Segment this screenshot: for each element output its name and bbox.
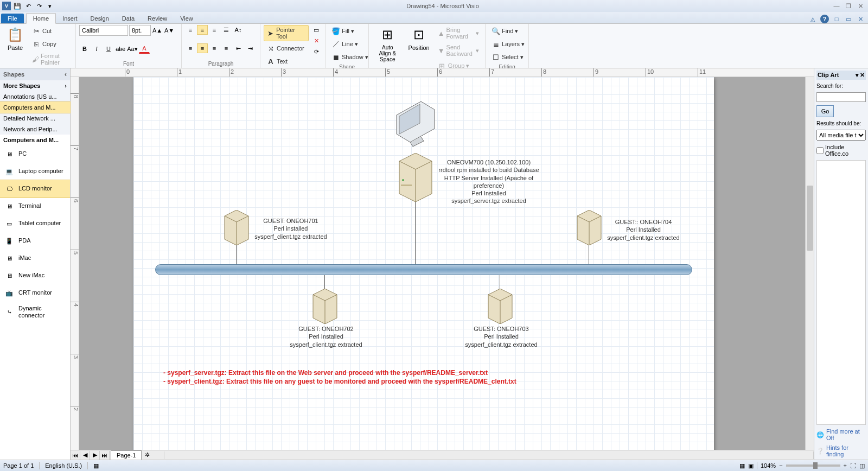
shape-laptop[interactable]: 💻Laptop computer (0, 163, 70, 180)
font-color-button[interactable]: A (139, 44, 150, 54)
category-network-perip[interactable]: Network and Perip... (0, 124, 70, 135)
tab-view[interactable]: View (174, 14, 200, 23)
line-button[interactable]: ／Line▾ (329, 38, 371, 50)
server-guest4-shape[interactable] (576, 210, 603, 245)
align-bottom-icon[interactable]: ≡ (209, 25, 220, 35)
more-shapes-item[interactable]: More Shapes› (0, 80, 70, 91)
red-note-1[interactable]: - sysperf_server.tgz: Extract this file … (163, 369, 488, 377)
pointer-tool-button[interactable]: ➤Pointer Tool (264, 25, 309, 41)
horizontal-scrollbar[interactable] (164, 451, 814, 459)
fill-button[interactable]: 🪣Fill▾ (329, 25, 371, 37)
scrollbar-thumb[interactable] (807, 186, 813, 251)
last-page-icon[interactable]: ⏭ (100, 451, 110, 460)
view-full-icon[interactable]: ▣ (748, 462, 754, 469)
clipart-dropdown-icon[interactable]: ▾ (856, 72, 859, 79)
shape-dynamic-connector[interactable]: ⤷Dynamic connector (0, 302, 70, 322)
find-button[interactable]: 🔍Find▾ (489, 25, 527, 37)
restore-button[interactable]: ❐ (843, 2, 854, 10)
zoom-slider-thumb[interactable] (813, 462, 818, 469)
category-annotations[interactable]: Annotations (US u... (0, 91, 70, 102)
font-size-select[interactable] (129, 25, 151, 36)
format-painter-button[interactable]: 🖌Format Painter (29, 51, 72, 67)
guest1-note[interactable]: GUEST: ONEOH701Perl installedsysperf_cli… (253, 217, 329, 240)
find-more-link[interactable]: 🌐Find more at Off (816, 428, 866, 441)
ribbon-close-icon[interactable]: ✕ (856, 15, 865, 23)
align-left-icon[interactable]: ≡ (185, 43, 196, 53)
delete-connector-icon[interactable]: ✕ (311, 36, 322, 46)
shape-crt-monitor[interactable]: 📺CRT monitor (0, 284, 70, 302)
guest3-note[interactable]: GUEST: ONEOH703Perl Installedsysperf_cli… (463, 325, 539, 348)
shadow-button[interactable]: ◼Shadow▾ (329, 51, 371, 63)
tab-home[interactable]: Home (26, 13, 56, 24)
zoom-in-icon[interactable]: + (844, 462, 847, 469)
close-button[interactable]: ✕ (855, 2, 866, 10)
results-type-select[interactable]: All media file t (816, 130, 866, 141)
shape-lcd-monitor[interactable]: 🖵LCD monitor (0, 180, 70, 198)
select-button[interactable]: ☐Select▾ (489, 51, 527, 63)
align-center-icon[interactable]: ≡ (197, 43, 208, 53)
guest2-note[interactable]: GUEST: ONEOH702Perl Installedsysperf_cli… (288, 325, 364, 348)
include-office-checkbox[interactable] (816, 147, 824, 154)
tab-insert[interactable]: Insert (56, 14, 84, 23)
server-guest1-shape[interactable] (223, 210, 250, 245)
server-guest2-shape[interactable] (311, 289, 339, 324)
save-icon[interactable]: 💾 (13, 2, 22, 10)
new-page-icon[interactable]: ✲ (142, 451, 153, 459)
guest4-note[interactable]: GUEST:: ONEOH704Perl Installedsysperf_cl… (605, 218, 681, 241)
layers-button[interactable]: ≣Layers▾ (489, 38, 527, 50)
shape-pda[interactable]: 📱PDA (0, 232, 70, 250)
vertical-scrollbar[interactable] (805, 77, 814, 450)
rectangle-tool-icon[interactable]: ▭ (311, 25, 322, 35)
help-icon[interactable]: ? (820, 15, 829, 23)
red-note-2[interactable]: - sysperf_client.tgz: Extract this file … (163, 378, 516, 385)
send-backward-button[interactable]: ▼Send Backward▾ (435, 42, 482, 59)
shape-tablet[interactable]: ▭Tablet computer (0, 215, 70, 232)
help-style-icon[interactable]: ◬ (808, 15, 817, 23)
underline-button[interactable]: U (103, 44, 114, 54)
redo-icon[interactable]: ↷ (35, 2, 43, 10)
lcd-monitor-shape[interactable] (394, 99, 437, 148)
connector-main[interactable] (415, 202, 416, 264)
category-detailed-network[interactable]: Detailed Network ... (0, 113, 70, 124)
cut-button[interactable]: ✂Cut (29, 25, 72, 37)
fit-page-icon[interactable]: ⛶ (850, 462, 856, 469)
align-justify-icon[interactable]: ≡ (221, 43, 232, 53)
align-top-icon[interactable]: ≡ (185, 25, 196, 35)
case-button[interactable]: Aa▾ (127, 44, 138, 54)
server-main-shape[interactable] (397, 153, 435, 202)
italic-button[interactable]: I (91, 44, 102, 54)
align-middle-icon[interactable]: ≡ (197, 25, 208, 35)
drawing-canvas[interactable]: ONEOVM700 (10.250.102.100) rrdtool rpm i… (79, 77, 805, 450)
clipart-close-icon[interactable]: ✕ (860, 72, 865, 79)
auto-align-button[interactable]: ⊞ Auto Align & Space (372, 25, 403, 63)
position-button[interactable]: ⊡ Position (405, 25, 433, 52)
shape-terminal[interactable]: 🖥Terminal (0, 198, 70, 215)
undo-icon[interactable]: ↶ (24, 2, 33, 10)
bullets-icon[interactable]: ☰ (221, 25, 232, 35)
tab-review[interactable]: Review (141, 14, 174, 23)
ethernet-pipe[interactable] (155, 264, 692, 275)
paste-button[interactable]: 📋 Paste (3, 25, 27, 52)
switch-window-icon[interactable]: ◫ (859, 462, 865, 469)
minimize-ribbon-icon[interactable]: □ (832, 15, 841, 23)
tab-file[interactable]: File (1, 14, 24, 23)
zoom-level[interactable]: 104% (761, 462, 776, 469)
ribbon-expand-icon[interactable]: ▭ (844, 15, 853, 23)
connector-guest2[interactable] (324, 275, 325, 289)
tab-data[interactable]: Data (116, 14, 141, 23)
qat-dropdown-icon[interactable]: ▾ (46, 2, 54, 10)
decrease-font-icon[interactable]: A▼ (164, 26, 175, 35)
strike-button[interactable]: abc (115, 44, 126, 54)
language-indicator[interactable]: English (U.S.) (45, 462, 82, 469)
prev-page-icon[interactable]: ◀ (80, 451, 90, 460)
align-right-icon[interactable]: ≡ (209, 43, 220, 53)
first-page-icon[interactable]: ⏮ (71, 451, 80, 460)
rotate-tool-icon[interactable]: ⟳ (311, 47, 322, 56)
shapes-pane-collapse-icon[interactable]: ‹ (65, 71, 67, 78)
bold-button[interactable]: B (79, 44, 90, 54)
shape-new-imac[interactable]: 🖥New iMac (0, 267, 70, 284)
connector-tool-button[interactable]: ⤭Connector (264, 42, 309, 54)
server-guest3-shape[interactable] (487, 289, 514, 324)
tab-design[interactable]: Design (84, 14, 116, 23)
copy-button[interactable]: ⎘Copy (29, 38, 72, 50)
